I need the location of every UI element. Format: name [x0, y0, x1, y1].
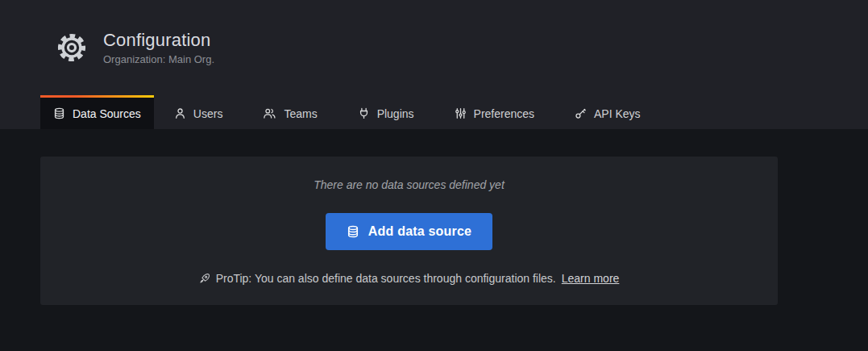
tab-label: Data Sources [73, 107, 141, 120]
tab-label: Preferences [474, 107, 534, 120]
tab-bar: Data Sources Users Teams [0, 95, 868, 129]
key-icon [575, 107, 587, 119]
tab-label: Users [193, 107, 223, 120]
sliders-icon [455, 107, 467, 119]
add-data-source-button[interactable]: Add data source [326, 213, 492, 250]
header-title-row: Configuration Organization: Main Org. [0, 0, 868, 95]
page-body: There are no data sources defined yet Ad… [0, 129, 868, 351]
add-button-label: Add data source [368, 224, 471, 239]
tab-label: API Keys [594, 107, 641, 120]
tab-label: Plugins [377, 107, 414, 120]
user-icon [174, 107, 186, 119]
tab-teams[interactable]: Teams [243, 95, 337, 129]
tab-label: Teams [284, 107, 317, 120]
page-subtitle: Organization: Main Org. [103, 53, 214, 65]
rocket-icon [199, 273, 210, 284]
tab-users[interactable]: Users [154, 95, 243, 129]
users-icon [263, 107, 276, 119]
protip-row: ProTip: You can also define data sources… [199, 272, 620, 285]
database-icon [53, 107, 65, 119]
tab-plugins[interactable]: Plugins [338, 95, 434, 129]
tab-api-keys[interactable]: API Keys [554, 95, 661, 129]
learn-more-link[interactable]: Learn more [562, 272, 620, 285]
page-title: Configuration [103, 30, 214, 51]
gear-icon [55, 31, 89, 65]
protip-text: ProTip: You can also define data sources… [216, 272, 556, 285]
empty-state-message: There are no data sources defined yet [314, 178, 505, 191]
plug-icon [358, 107, 370, 119]
empty-state-card: There are no data sources defined yet Ad… [40, 157, 778, 305]
header-titles: Configuration Organization: Main Org. [103, 30, 214, 65]
tab-preferences[interactable]: Preferences [434, 95, 554, 129]
page-header: Configuration Organization: Main Org. Da… [0, 0, 868, 129]
tab-data-sources[interactable]: Data Sources [40, 95, 154, 129]
database-icon [347, 225, 359, 238]
